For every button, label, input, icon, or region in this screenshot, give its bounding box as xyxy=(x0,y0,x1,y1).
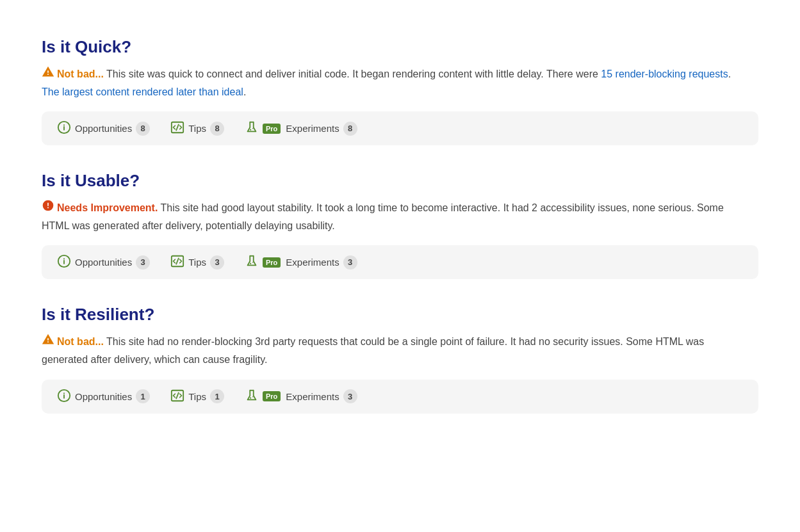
experiments-badge[interactable]: Pro Experiments 3 xyxy=(245,254,357,270)
section-description-resilient: Not bad... This site had no render-block… xyxy=(42,334,746,367)
tips-badge[interactable]: Tips 3 xyxy=(170,254,224,270)
tips-icon xyxy=(170,389,184,405)
opportunity-icon xyxy=(57,120,71,136)
opportunity-icon xyxy=(57,254,71,270)
experiments-icon xyxy=(245,254,259,270)
experiments-count: 8 xyxy=(343,122,357,136)
opportunities-label: Opportunities xyxy=(75,257,132,268)
opportunities-count: 3 xyxy=(136,255,150,270)
description-link[interactable]: The largest content rendered later than … xyxy=(42,86,243,97)
section-resilient: Is it Resilient? Not bad... This site ha… xyxy=(42,305,758,413)
tips-icon xyxy=(170,120,184,136)
opportunities-badge[interactable]: Opportunities 1 xyxy=(57,389,150,405)
experiments-label: Experiments xyxy=(286,123,339,134)
tips-label: Tips xyxy=(188,391,206,402)
pro-tag: Pro xyxy=(263,124,281,134)
badges-bar-quick: Opportunities 8 Tips 8 Pro Experiments 8 xyxy=(42,111,758,145)
status-label-resilient: Not bad... xyxy=(57,336,104,347)
opportunities-badge[interactable]: Opportunities 8 xyxy=(57,120,150,136)
section-quick: Is it Quick? Not bad... This site was qu… xyxy=(42,37,758,145)
opportunity-icon xyxy=(57,389,71,405)
section-description-usable: Needs Improvement. This site had good la… xyxy=(42,200,746,234)
opportunities-label: Opportunities xyxy=(75,391,132,402)
warning-icon xyxy=(42,65,54,83)
section-usable: Is it Usable? Needs Improvement. This si… xyxy=(42,171,758,279)
svg-point-4 xyxy=(252,128,254,129)
svg-point-3 xyxy=(250,129,251,131)
status-label-quick: Not bad... xyxy=(57,69,104,79)
svg-point-15 xyxy=(252,396,254,398)
section-heading-usable: Is it Usable? xyxy=(42,171,758,191)
experiments-badge[interactable]: Pro Experiments 3 xyxy=(245,389,357,405)
tips-count: 8 xyxy=(210,122,224,136)
section-heading-resilient: Is it Resilient? xyxy=(42,305,758,325)
status-label-usable: Needs Improvement. xyxy=(57,202,158,213)
experiments-label: Experiments xyxy=(286,391,339,402)
tips-count: 1 xyxy=(210,389,224,403)
tips-badge[interactable]: Tips 8 xyxy=(170,120,224,136)
tips-badge[interactable]: Tips 1 xyxy=(170,389,224,405)
badges-bar-resilient: Opportunities 1 Tips 1 Pro Experiments 3 xyxy=(42,380,758,414)
tips-count: 3 xyxy=(210,255,224,270)
tips-icon xyxy=(170,254,184,270)
opportunities-count: 8 xyxy=(136,122,150,136)
opportunities-label: Opportunities xyxy=(75,123,132,134)
description-link[interactable]: 15 render-blocking requests xyxy=(601,69,728,79)
experiments-count: 3 xyxy=(343,389,357,403)
warning-icon xyxy=(42,333,54,351)
pro-tag: Pro xyxy=(263,257,281,268)
tips-label: Tips xyxy=(188,257,206,268)
tips-label: Tips xyxy=(188,123,206,134)
section-heading-quick: Is it Quick? xyxy=(42,37,758,57)
experiments-badge[interactable]: Pro Experiments 8 xyxy=(245,120,357,136)
svg-point-9 xyxy=(250,263,251,264)
svg-point-14 xyxy=(250,397,251,398)
opportunities-badge[interactable]: Opportunities 3 xyxy=(57,254,150,270)
experiments-icon xyxy=(245,120,259,136)
experiments-count: 3 xyxy=(343,255,357,270)
experiments-icon xyxy=(245,389,259,405)
experiments-label: Experiments xyxy=(286,257,339,268)
svg-point-10 xyxy=(252,262,254,263)
opportunities-count: 1 xyxy=(136,389,150,403)
pro-tag: Pro xyxy=(263,391,281,401)
section-description-quick: Not bad... This site was quick to connec… xyxy=(42,66,746,100)
badges-bar-usable: Opportunities 3 Tips 3 Pro Experiments 3 xyxy=(42,245,758,279)
error-icon xyxy=(42,199,54,217)
